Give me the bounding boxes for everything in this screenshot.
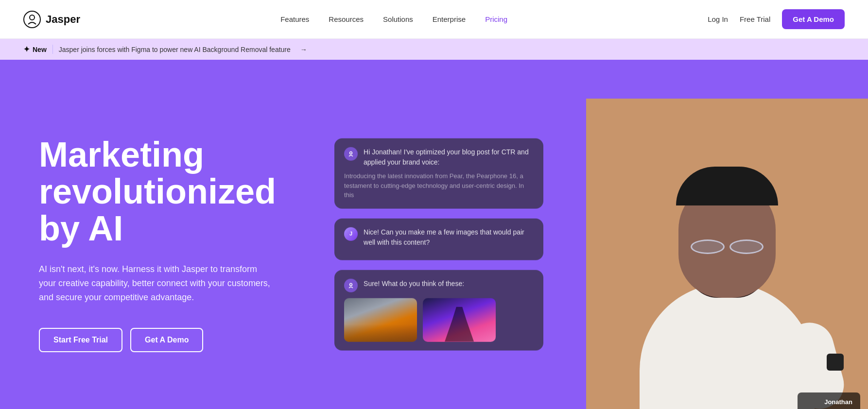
ai-icon xyxy=(344,147,358,161)
hero-title: Marketing revolutionized by AI xyxy=(39,136,276,247)
hero-subtitle: AI isn't next, it's now. Harness it with… xyxy=(39,262,272,304)
glass-lens-right xyxy=(729,239,764,254)
jasper-chat-icon xyxy=(347,151,354,157)
nav-item-solutions[interactable]: Solutions xyxy=(383,15,413,24)
start-free-trial-button[interactable]: Start Free Trial xyxy=(39,328,122,352)
chat-bubble-2-text: Nice! Can you make me a few images that … xyxy=(364,227,534,247)
hero-section: Marketing revolutionized by AI AI isn't … xyxy=(0,60,868,409)
badge-label: New xyxy=(33,46,47,53)
hero-left: Marketing revolutionized by AI AI isn't … xyxy=(0,60,315,409)
chat-bubble-1-header: Hi Jonathan! I've optimized your blog po… xyxy=(344,147,534,168)
chat-bubble-3-header: Sure! What do you think of these: xyxy=(344,278,534,292)
announcement-message: Jasper joins forces with Figma to power … xyxy=(59,46,291,53)
logo[interactable]: Jasper xyxy=(23,11,80,28)
svg-point-3 xyxy=(350,283,352,286)
chat-area: Hi Jonathan! I've optimized your blog po… xyxy=(334,138,543,351)
announcement-bar[interactable]: ✦ New Jasper joins forces with Figma to … xyxy=(0,39,868,60)
svg-point-1 xyxy=(30,15,35,20)
chat-bubble-2: J Nice! Can you make me a few images tha… xyxy=(334,218,543,260)
hero-get-demo-button[interactable]: Get A Demo xyxy=(130,328,203,352)
arrow-icon: → xyxy=(300,46,307,53)
watch xyxy=(827,354,844,371)
jasper-logo-icon xyxy=(23,11,41,28)
glass-lens-left xyxy=(691,239,725,254)
nav-right: Log In Free Trial Get A Demo xyxy=(708,9,845,29)
name-card: Jonathan Growth Marketer xyxy=(798,392,860,409)
chat-bubble-2-header: J Nice! Can you make me a few images tha… xyxy=(344,227,534,247)
nav-item-pricing[interactable]: Pricing xyxy=(485,15,507,24)
new-badge: ✦ New xyxy=(23,45,53,54)
chat-bubble-3-text: Sure! What do you think of these: xyxy=(364,278,464,289)
person-illustration xyxy=(586,99,868,409)
person-role: Growth Marketer xyxy=(805,407,852,409)
glasses xyxy=(683,239,771,254)
chat-image-2 xyxy=(423,298,496,341)
nav-item-features[interactable]: Features xyxy=(280,15,309,24)
login-link[interactable]: Log In xyxy=(708,15,728,23)
chat-bubble-3: Sure! What do you think of these: xyxy=(334,270,543,350)
chat-image-1 xyxy=(344,298,417,341)
navbar: Jasper Features Resources Solutions Ente… xyxy=(0,0,868,39)
hero-buttons: Start Free Trial Get A Demo xyxy=(39,328,276,352)
landscape-overlay xyxy=(344,324,417,341)
ai-icon-2 xyxy=(344,278,358,292)
nav-links: Features Resources Solutions Enterprise … xyxy=(280,15,507,24)
get-demo-button[interactable]: Get A Demo xyxy=(782,9,845,29)
nav-item-enterprise[interactable]: Enterprise xyxy=(433,15,466,24)
free-trial-link[interactable]: Free Trial xyxy=(740,15,770,23)
hero-right: Hi Jonathan! I've optimized your blog po… xyxy=(315,60,868,409)
silhouette xyxy=(445,307,474,341)
chat-bubble-1: Hi Jonathan! I've optimized your blog po… xyxy=(334,138,543,209)
chat-bubble-1-text: Hi Jonathan! I've optimized your blog po… xyxy=(364,147,534,168)
hero-photo: Jonathan Growth Marketer xyxy=(586,99,868,409)
nav-item-resources[interactable]: Resources xyxy=(329,15,364,24)
jasper-chat-icon-2 xyxy=(347,282,354,289)
logo-text: Jasper xyxy=(46,13,80,26)
person-name: Jonathan xyxy=(805,397,852,407)
svg-point-2 xyxy=(350,152,352,154)
user-avatar: J xyxy=(344,227,358,240)
chat-images xyxy=(344,298,534,341)
chat-bubble-1-subtext: Introducing the latest innovation from P… xyxy=(344,171,534,200)
sparkle-icon: ✦ xyxy=(23,45,30,54)
